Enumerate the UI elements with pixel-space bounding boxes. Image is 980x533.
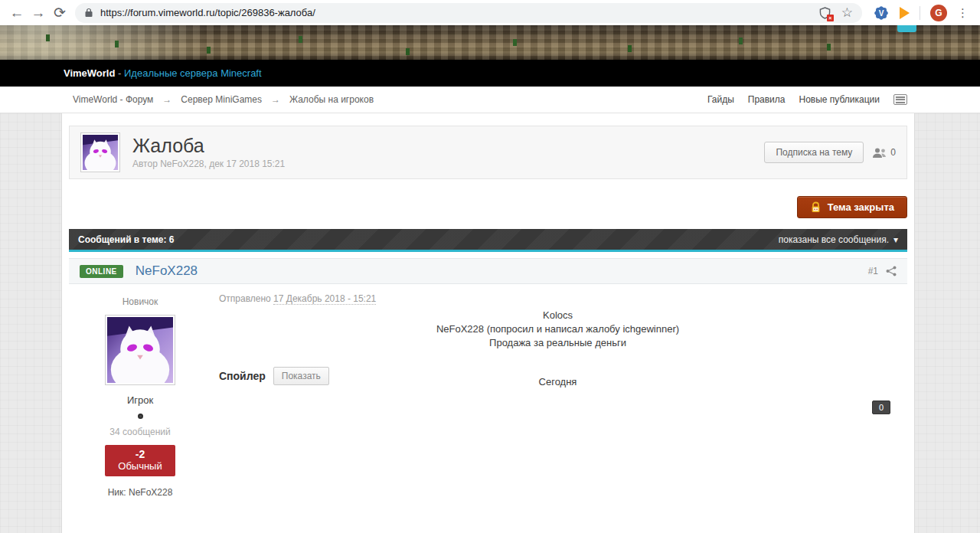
shield-blocked-badge: × bbox=[827, 15, 834, 21]
topic-closed-label: Тема закрыта bbox=[828, 201, 894, 213]
nav-link-rules[interactable]: Правила bbox=[748, 94, 786, 105]
spoiler-label: Спойлер bbox=[219, 370, 266, 382]
post-author-panel: Новичок bbox=[69, 293, 211, 498]
messages-filter-dropdown[interactable]: показаны все сообщения. ▾ bbox=[779, 234, 898, 245]
author-rank: Новичок bbox=[122, 296, 158, 307]
nav-link-guides[interactable]: Гайды bbox=[707, 94, 734, 105]
reload-icon[interactable]: ⟳ bbox=[49, 2, 70, 24]
subscribe-button[interactable]: Подписка на тему bbox=[764, 142, 864, 163]
author-message-count: 34 сообщений bbox=[109, 427, 170, 437]
breadcrumb-section[interactable]: Жалобы на игроков bbox=[289, 94, 374, 105]
brand-tagline-link[interactable]: Идеальные сервера Minecraft bbox=[124, 67, 262, 79]
topic-header: Жалоба Автор NeFoX228, дек 17 2018 15:21… bbox=[69, 126, 907, 179]
followers-icon bbox=[873, 148, 887, 158]
reputation-value: -2 bbox=[105, 448, 175, 460]
post-body: Новичок bbox=[69, 284, 907, 498]
browser-profile-avatar[interactable]: G bbox=[930, 5, 947, 21]
breadcrumb-bar: VimeWorld - Форум → Сервер MiniGames → Ж… bbox=[0, 87, 980, 113]
accent-divider bbox=[69, 250, 907, 252]
post-sent-line: Отправлено 17 Декабрь 2018 - 15:21 bbox=[219, 293, 897, 304]
play-extension-icon[interactable] bbox=[900, 7, 910, 19]
post-text-line: Продажа за реальные деньги bbox=[219, 336, 897, 350]
brand-separator: - bbox=[115, 67, 124, 79]
topic-byline: Автор NeFoX228, дек 17 2018 15:21 bbox=[132, 159, 285, 169]
messages-bar: Сообщений в теме: 6 показаны все сообщен… bbox=[69, 229, 907, 250]
brand-name: VimeWorld bbox=[64, 67, 115, 79]
chrome-menu-icon[interactable]: ⋮ bbox=[957, 6, 969, 20]
post-spacer bbox=[69, 498, 907, 533]
followers-counter: 0 bbox=[873, 147, 896, 158]
post-1: ONLINE NeFoX228 #1 Новичок bbox=[69, 258, 907, 533]
sent-prefix: Отправлено bbox=[219, 293, 273, 304]
author-status-pip-icon bbox=[138, 414, 143, 419]
scroll-top-tab[interactable] bbox=[897, 25, 916, 32]
breadcrumb-separator: → bbox=[271, 94, 280, 105]
reputation-box[interactable]: -2 Обычный bbox=[105, 445, 175, 476]
post-number[interactable]: #1 bbox=[868, 266, 878, 276]
online-badge: ONLINE bbox=[80, 265, 123, 278]
post-author-link[interactable]: NeFoX228 bbox=[136, 263, 198, 279]
post-text-line: Kolocs bbox=[219, 309, 897, 322]
topic-closed-button[interactable]: Тема закрыта bbox=[797, 196, 907, 218]
like-counter-badge[interactable]: 0 bbox=[872, 401, 890, 414]
url-text[interactable]: https://forum.vimeworld.ru/topic/269836-… bbox=[100, 7, 819, 18]
messages-count: Сообщений в теме: 6 bbox=[78, 234, 175, 245]
view-list-icon[interactable] bbox=[893, 94, 907, 105]
forward-icon[interactable]: → bbox=[28, 2, 49, 24]
banner-grass-pixels bbox=[46, 34, 50, 41]
reputation-label: Обычный bbox=[105, 460, 175, 472]
post-text: Kolocs NeFoX228 (попросил и написал жало… bbox=[219, 309, 897, 350]
caret-down-icon: ▾ bbox=[893, 234, 898, 245]
blocked-content-shield-icon[interactable]: × bbox=[819, 7, 831, 19]
back-icon[interactable]: ← bbox=[6, 2, 28, 24]
post-content: Отправлено 17 Декабрь 2018 - 15:21 Koloc… bbox=[211, 293, 907, 498]
svg-text:V: V bbox=[879, 9, 884, 18]
author-avatar[interactable] bbox=[105, 315, 175, 385]
post-text-line: NeFoX228 (попросил и написал жалобу ichg… bbox=[219, 322, 897, 336]
bookmark-star-icon[interactable]: ☆ bbox=[841, 5, 853, 21]
spoiler-show-button[interactable]: Показать bbox=[273, 367, 329, 385]
breadcrumb-server[interactable]: Сервер MiniGames bbox=[181, 94, 262, 105]
share-icon[interactable] bbox=[886, 266, 897, 276]
author-nick: Ник: NeFoX228 bbox=[108, 487, 173, 498]
lock-icon bbox=[84, 8, 93, 18]
breadcrumb-separator: → bbox=[162, 94, 172, 105]
site-banner-image bbox=[0, 25, 980, 60]
browser-toolbar: ← → ⟳ https://forum.vimeworld.ru/topic/2… bbox=[0, 0, 980, 25]
breadcrumb-forum[interactable]: VimeWorld - Форум bbox=[73, 94, 153, 105]
topic-author-avatar[interactable] bbox=[80, 132, 120, 172]
brand-bar: VimeWorld - Идеальные сервера Minecraft bbox=[0, 60, 980, 87]
followers-count: 0 bbox=[890, 147, 896, 158]
post-header: ONLINE NeFoX228 #1 bbox=[69, 258, 907, 284]
page-background: Жалоба Автор NeFoX228, дек 17 2018 15:21… bbox=[0, 113, 980, 533]
sent-date: 17 Декабрь 2018 - 15:21 bbox=[273, 293, 376, 305]
nav-link-new-posts[interactable]: Новые публикации bbox=[799, 94, 880, 105]
toolbar-divider bbox=[920, 6, 920, 20]
author-role: Игрок bbox=[127, 394, 153, 406]
topic-title-block: Жалоба Автор NeFoX228, дек 17 2018 15:21 bbox=[132, 136, 285, 170]
messages-filter-label: показаны все сообщения. bbox=[779, 234, 889, 245]
topic-title: Жалоба bbox=[132, 136, 285, 157]
vimeworld-extension-icon[interactable]: V bbox=[873, 5, 890, 21]
content-container: Жалоба Автор NeFoX228, дек 17 2018 15:21… bbox=[61, 113, 915, 533]
url-bar[interactable]: https://forum.vimeworld.ru/topic/269836-… bbox=[75, 3, 862, 23]
lock-closed-icon bbox=[810, 201, 822, 213]
